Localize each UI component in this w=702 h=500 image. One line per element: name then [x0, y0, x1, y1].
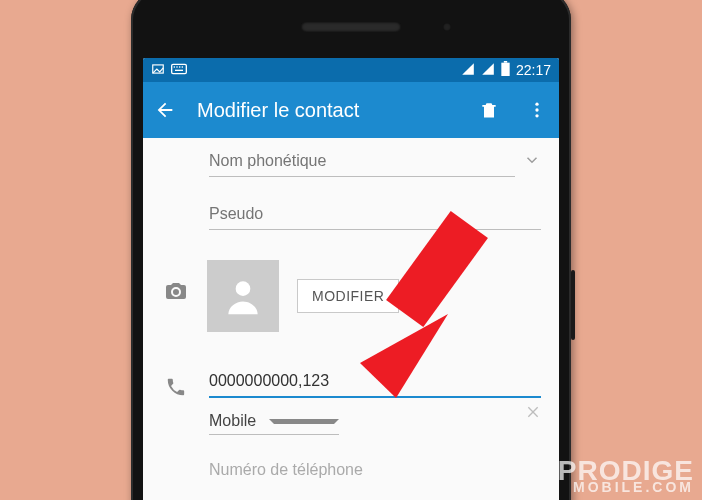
- svg-rect-2: [174, 66, 175, 67]
- phone-sensor: [443, 23, 451, 31]
- phone-speaker: [301, 22, 401, 32]
- camera-icon: [161, 276, 191, 306]
- dropdown-caret-icon: [269, 419, 339, 424]
- svg-rect-1: [172, 64, 187, 73]
- header-title: Modifier le contact: [197, 99, 457, 122]
- phone-icon: [161, 372, 191, 402]
- signal-icon: [481, 62, 495, 79]
- svg-rect-3: [176, 66, 177, 67]
- pseudo-field[interactable]: [209, 199, 541, 230]
- chevron-down-icon[interactable]: [523, 151, 541, 173]
- svg-rect-5: [182, 66, 183, 67]
- delete-button[interactable]: [477, 98, 501, 122]
- svg-rect-8: [501, 63, 509, 76]
- phonetic-name-field[interactable]: [209, 146, 515, 177]
- svg-rect-4: [179, 66, 180, 67]
- phone-number-hint: Numéro de téléphone: [209, 455, 541, 486]
- screen: 22:17 Modifier le contact: [143, 58, 559, 500]
- phone-type-value: Mobile: [209, 412, 269, 430]
- watermark-line2: MOBILE.COM: [558, 481, 694, 494]
- phone-number-field[interactable]: [209, 366, 541, 398]
- signal-icon: [461, 62, 475, 79]
- svg-point-10: [535, 108, 538, 111]
- screenshot-icon: [151, 62, 165, 79]
- avatar[interactable]: [207, 260, 279, 332]
- watermark: PRODIGE MOBILE.COM: [558, 458, 694, 494]
- phone-side-button: [571, 270, 575, 340]
- svg-rect-6: [175, 70, 183, 71]
- battery-icon: [501, 61, 510, 79]
- keyboard-icon: [171, 62, 187, 78]
- svg-point-12: [236, 281, 251, 296]
- modify-photo-button[interactable]: MODIFIER: [297, 279, 399, 313]
- status-bar: 22:17: [143, 58, 559, 82]
- svg-point-9: [535, 103, 538, 106]
- svg-point-11: [535, 114, 538, 117]
- clear-button[interactable]: [525, 404, 541, 425]
- back-button[interactable]: [153, 98, 177, 122]
- status-time: 22:17: [516, 62, 551, 78]
- overflow-menu-button[interactable]: [525, 98, 549, 122]
- phone-type-dropdown[interactable]: Mobile: [209, 412, 339, 435]
- app-header: Modifier le contact: [143, 82, 559, 138]
- svg-rect-7: [504, 61, 507, 63]
- phone-frame: 22:17 Modifier le contact: [131, 0, 571, 500]
